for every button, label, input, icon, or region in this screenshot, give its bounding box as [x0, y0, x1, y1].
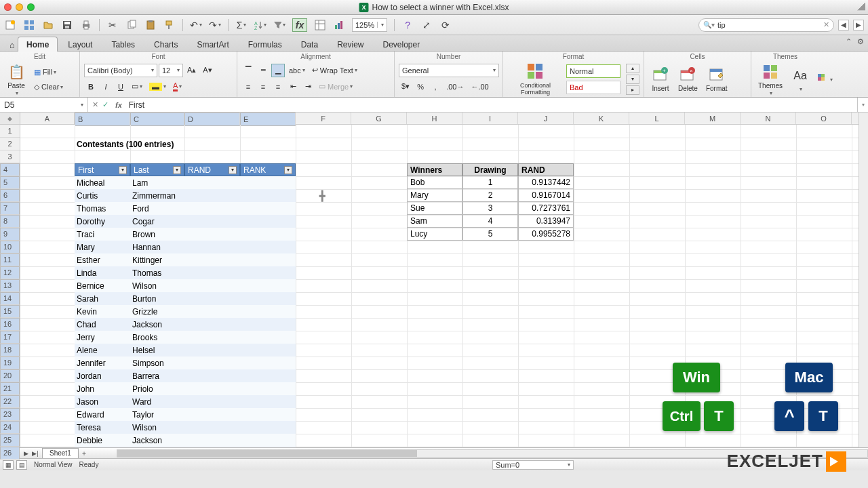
table-cell[interactable] [240, 408, 296, 421]
format-cell-button[interactable]: Format [703, 64, 730, 94]
align-middle-button[interactable]: ━ [256, 64, 270, 77]
winners-cell[interactable]: 4 [462, 215, 518, 228]
row-header-25[interactable]: 25 [0, 434, 20, 447]
winners-cell[interactable]: 1 [462, 176, 518, 189]
winners-cell[interactable]: 5 [462, 228, 518, 241]
row-header-3[interactable]: 3 [0, 150, 20, 163]
theme-colors-button[interactable]: ▾ [815, 73, 835, 86]
table-cell[interactable]: Wilson [130, 279, 184, 292]
column-header-F[interactable]: F [296, 113, 351, 124]
table-cell[interactable]: Jackson [130, 318, 184, 331]
worksheet[interactable]: ◆ 12345678910111213141516171819202122232… [0, 113, 868, 447]
resize-corner-icon[interactable] [857, 3, 865, 11]
table-cell[interactable]: Linda [75, 266, 130, 279]
redo-icon[interactable]: ↷▾ [209, 19, 221, 31]
tab-tables[interactable]: Tables [102, 37, 144, 52]
font-name-selector[interactable]: Calibri (Body)▾ [84, 64, 157, 77]
template-icon[interactable] [23, 19, 35, 31]
add-sheet-button[interactable]: ＋ [79, 449, 90, 458]
grow-font-button[interactable]: A▴ [184, 64, 199, 77]
format-painter-icon[interactable] [163, 19, 176, 31]
zoom-selector[interactable]: 125%▾ [352, 18, 387, 32]
table-cell[interactable] [240, 215, 296, 228]
sort-icon[interactable]: AZ▾ [254, 19, 267, 31]
row-header-20[interactable]: 20 [0, 369, 20, 382]
table-cell[interactable]: Cogar [130, 215, 184, 228]
close-window-button[interactable] [4, 3, 12, 11]
row-header-19[interactable]: 19 [0, 357, 20, 369]
column-header-O[interactable]: O [796, 113, 852, 124]
table-cell[interactable] [184, 279, 240, 292]
number-format-selector[interactable]: General▾ [399, 64, 499, 77]
table-cell[interactable]: Burton [130, 292, 184, 305]
wrap-text-button[interactable]: ↩ Wrap Text▾ [309, 64, 360, 77]
table-cell[interactable] [240, 253, 296, 266]
row-header-1[interactable]: 1 [0, 125, 20, 138]
fill-button[interactable]: ▦ Fill▾ [31, 65, 59, 79]
table-cell[interactable]: Jackson [130, 434, 184, 447]
merge-button[interactable]: ▭ Merge▾ [316, 80, 355, 94]
table-cell[interactable]: Mary [75, 241, 130, 253]
style-normal[interactable]: Normal [566, 64, 620, 78]
tab-review[interactable]: Review [328, 37, 372, 52]
table-cell[interactable]: Curtis [75, 189, 130, 202]
row-header-2[interactable]: 2 [0, 138, 20, 150]
table-cell[interactable] [184, 331, 240, 344]
column-headers[interactable]: ABCDEFGHIJKLMNO [20, 113, 859, 125]
increase-decimal-button[interactable]: .00→ [443, 80, 467, 94]
copy-icon[interactable] [125, 19, 138, 31]
undo-icon[interactable]: ↶▾ [190, 19, 202, 31]
ribbon-settings-icon[interactable]: ⚙ [857, 37, 864, 46]
table-cell[interactable] [240, 241, 296, 253]
table-cell[interactable]: Brooks [130, 331, 184, 344]
table-cell[interactable]: Jason [75, 395, 130, 408]
accept-formula-icon[interactable]: ✓ [102, 100, 108, 109]
align-bottom-button[interactable]: ▁ [271, 64, 285, 77]
table-cell[interactable]: Debbie [75, 434, 130, 447]
table-cell[interactable]: Teresa [75, 421, 130, 434]
table-cell[interactable]: Esther [75, 253, 130, 266]
table-cell[interactable]: Ward [130, 395, 184, 408]
table-cell[interactable] [184, 395, 240, 408]
column-header-E[interactable]: E [240, 113, 296, 126]
row-header-17[interactable]: 17 [0, 331, 20, 344]
table-cell[interactable] [240, 228, 296, 241]
column-header-A[interactable]: A [20, 113, 75, 124]
decrease-decimal-button[interactable]: ←.00 [468, 80, 491, 94]
fx-toolbar-icon[interactable]: fx [292, 18, 307, 32]
themes-button[interactable]: Themes▾ [755, 61, 785, 98]
row-header-6[interactable]: 6 [0, 189, 20, 202]
table-cell[interactable] [240, 266, 296, 279]
align-left-button[interactable]: ≡ [241, 80, 255, 94]
table-header-rank[interactable]: RANK▾ [240, 163, 296, 176]
winners-cell[interactable]: 0.9137442 [518, 176, 574, 189]
table-cell[interactable]: Wilson [130, 421, 184, 434]
winners-header-rand[interactable]: RAND [518, 163, 574, 176]
tab-charts[interactable]: Charts [145, 37, 186, 52]
table-cell[interactable]: Ford [130, 202, 184, 215]
conditional-formatting-button[interactable]: Conditional Formatting [507, 61, 564, 97]
table-cell[interactable] [184, 292, 240, 305]
winners-cell[interactable]: 2 [462, 189, 518, 202]
table-cell[interactable]: Priolo [130, 382, 184, 395]
row-header-15[interactable]: 15 [0, 305, 20, 318]
row-header-16[interactable]: 16 [0, 318, 20, 331]
table-cell[interactable]: Thomas [130, 266, 184, 279]
table-cell[interactable] [240, 357, 296, 369]
table-cell[interactable] [184, 176, 240, 189]
table-cell[interactable]: Jerry [75, 331, 130, 344]
winners-cell[interactable]: 0.9167014 [518, 189, 574, 202]
print-icon[interactable] [80, 19, 92, 31]
filter-icon[interactable]: ▾ [273, 19, 285, 31]
minimize-window-button[interactable] [16, 3, 23, 11]
select-all-corner[interactable]: ◆ [0, 113, 20, 125]
table-cell[interactable] [184, 408, 240, 421]
table-cell[interactable]: Alene [75, 344, 130, 357]
page-layout-view-button[interactable]: ▤ [16, 460, 27, 470]
refresh-icon[interactable]: ⟳ [439, 19, 452, 31]
winners-cell[interactable]: Mary [407, 189, 462, 202]
tab-smartart[interactable]: SmartArt [188, 37, 237, 52]
winners-cell[interactable]: 0.7273761 [518, 202, 574, 215]
table-cell[interactable]: Simpson [130, 357, 184, 369]
filter-dropdown-icon[interactable]: ▾ [173, 166, 181, 174]
